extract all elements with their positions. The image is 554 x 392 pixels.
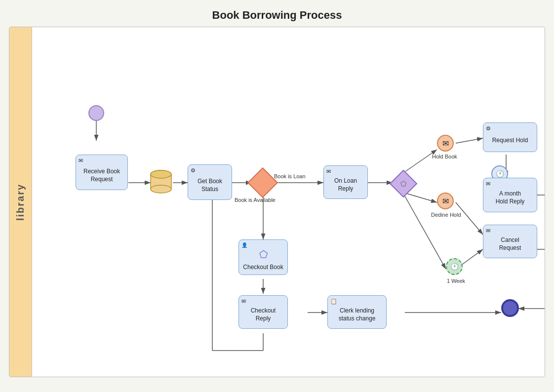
start-event (88, 105, 104, 121)
gateway-loan[interactable] (252, 172, 274, 194)
hold-book-event[interactable]: ✉ (437, 135, 454, 152)
request-hold[interactable]: ⚙ Request Hold (483, 122, 537, 152)
one-week-label: 1 Week (447, 278, 465, 284)
book-is-available-label: Book is Available (235, 197, 276, 203)
on-loan-reply[interactable]: ✉ On Loan Reply (323, 165, 368, 199)
decline-hold-event[interactable]: ✉ (437, 193, 454, 209)
message-icon: ✉ (79, 157, 83, 164)
diagram-canvas: ✉ Receive Book Request ⚙ Get Book Status… (32, 27, 545, 377)
book-is-loan-label: Book is Loan (274, 173, 306, 180)
svg-point-29 (151, 185, 171, 193)
message-icon-2: ✉ (326, 168, 331, 175)
svg-line-7 (403, 150, 437, 173)
arrows-svg (32, 27, 545, 377)
diagram-container: library (9, 27, 545, 377)
one-week-event[interactable]: 🕐 (446, 258, 463, 275)
user-icon: 👤 (241, 242, 247, 248)
svg-line-10 (456, 202, 483, 235)
get-book-status[interactable]: ⚙ Get Book Status (188, 164, 232, 200)
document-icon: 📋 (330, 298, 337, 305)
gear-icon-2: ⚙ (486, 125, 491, 132)
message-icon-4: ✉ (486, 227, 490, 234)
gateway-purple[interactable]: ⬠ (393, 173, 414, 195)
decline-hold-label: Dedine Hold (431, 212, 461, 218)
database-symbol (150, 169, 172, 195)
hold-book-label: Hold Book (432, 154, 457, 160)
swimlane-label: library (9, 27, 32, 377)
receive-book-request[interactable]: ✉ Receive Book Request (76, 155, 128, 190)
checkout-reply[interactable]: ✉ Checkout Reply (238, 295, 288, 329)
svg-point-30 (151, 170, 171, 178)
svg-line-8 (456, 138, 483, 143)
checkout-book[interactable]: 👤 ⬠ Checkout Book (238, 239, 288, 275)
end-event (501, 299, 519, 317)
clerk-lending[interactable]: 📋 Clerk lending status change (327, 295, 387, 329)
message-icon-3: ✉ (486, 180, 490, 187)
a-month-hold-reply[interactable]: ✉ A month Hold Reply (483, 178, 537, 212)
page-title: Book Borrowing Process (0, 0, 554, 27)
gear-icon: ⚙ (191, 167, 196, 174)
message-icon-5: ✉ (241, 298, 246, 305)
cancel-request[interactable]: ✉ Cancel Request (483, 225, 537, 258)
